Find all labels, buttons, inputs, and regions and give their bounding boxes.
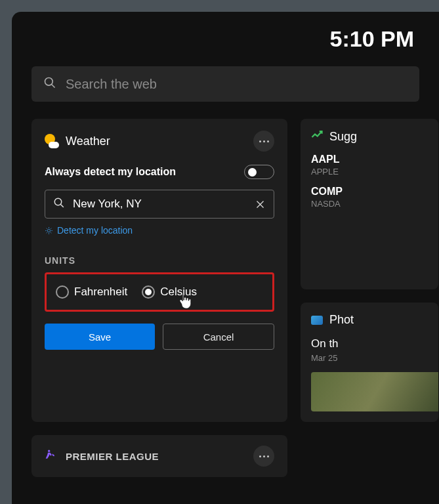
search-bar[interactable]: Search the web xyxy=(31,66,419,102)
widgets-row: Weather Always detect my location New Yo… xyxy=(12,119,439,422)
fahrenheit-radio[interactable]: Fahrenheit xyxy=(56,285,127,299)
celsius-label: Celsius xyxy=(160,285,197,299)
units-section-label: UNITS xyxy=(45,255,274,266)
cancel-button[interactable]: Cancel xyxy=(163,324,274,350)
weather-card: Weather Always detect my location New Yo… xyxy=(31,119,287,422)
photos-title: Phot xyxy=(329,313,354,327)
detect-location-link[interactable]: Detect my location xyxy=(45,225,274,236)
always-detect-toggle[interactable] xyxy=(244,165,274,179)
widgets-panel: 5:10 PM Search the web Weather Always de xyxy=(12,12,439,504)
svg-point-2 xyxy=(54,198,62,205)
always-detect-label: Always detect my location xyxy=(45,166,176,178)
svg-line-3 xyxy=(60,204,64,207)
onedrive-icon xyxy=(311,316,323,325)
premier-league-icon xyxy=(45,448,58,464)
weather-more-button[interactable] xyxy=(253,131,274,152)
svg-line-1 xyxy=(52,85,55,88)
svg-point-7 xyxy=(48,450,50,452)
search-icon xyxy=(53,197,65,211)
celsius-radio[interactable]: Celsius xyxy=(142,285,197,299)
location-input[interactable]: New York, NY xyxy=(45,190,274,219)
svg-point-0 xyxy=(45,78,53,86)
photos-date: Mar 25 xyxy=(311,353,428,363)
side-column: Sugg AAPL APPLE COMP NASDA Phot On th Ma… xyxy=(301,119,438,422)
stock-name: APPLE xyxy=(311,167,428,177)
photo-thumbnail[interactable] xyxy=(311,372,438,411)
stock-symbol: COMP xyxy=(311,186,428,198)
stock-name: NASDA xyxy=(311,199,428,209)
clock: 5:10 PM xyxy=(12,26,439,52)
stock-item[interactable]: COMP NASDA xyxy=(311,186,428,209)
premier-league-title: PREMIER LEAGUE xyxy=(66,451,159,462)
save-button-label: Save xyxy=(89,331,111,343)
fahrenheit-label: Fahrenheit xyxy=(74,285,127,299)
save-button[interactable]: Save xyxy=(45,324,155,350)
premier-league-more-button[interactable] xyxy=(253,446,274,467)
trending-up-icon xyxy=(311,129,323,144)
search-placeholder: Search the web xyxy=(66,77,157,92)
photos-card: Phot On th Mar 25 xyxy=(301,303,438,422)
radio-unchecked-icon xyxy=(56,285,69,299)
widgets-row-2: PREMIER LEAGUE xyxy=(12,435,439,477)
search-icon xyxy=(43,76,56,92)
photos-headline: On th xyxy=(311,337,428,350)
weather-icon xyxy=(45,134,59,148)
svg-point-6 xyxy=(47,229,50,232)
clear-location-button[interactable] xyxy=(254,198,266,210)
suggested-title: Sugg xyxy=(329,130,357,144)
detect-location-label: Detect my location xyxy=(57,225,133,236)
radio-checked-icon xyxy=(142,285,155,299)
units-radio-group: Fahrenheit Celsius xyxy=(45,272,274,312)
premier-league-card: PREMIER LEAGUE xyxy=(31,435,287,477)
stock-item[interactable]: AAPL APPLE xyxy=(311,154,428,177)
weather-title: Weather xyxy=(66,135,110,148)
stock-symbol: AAPL xyxy=(311,154,428,165)
location-value: New York, NY xyxy=(73,198,246,211)
suggested-card: Sugg AAPL APPLE COMP NASDA xyxy=(301,119,438,289)
cancel-button-label: Cancel xyxy=(203,331,234,343)
